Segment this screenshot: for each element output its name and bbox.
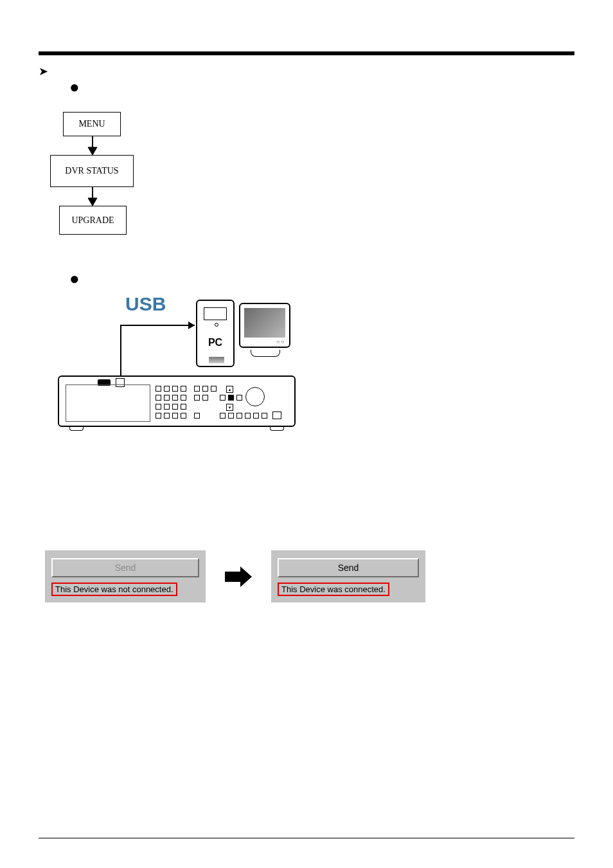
svg-marker-6 bbox=[225, 566, 252, 587]
arrow-right-icon bbox=[222, 564, 254, 590]
page-footer bbox=[39, 838, 574, 842]
dot-bullet-icon: ● bbox=[69, 275, 80, 284]
usb-connection-diagram: USB PC ○ ○ bbox=[58, 293, 296, 448]
send-button-disabled: Send bbox=[51, 558, 199, 577]
connect-line: ● bbox=[69, 273, 574, 284]
arrow-down-icon bbox=[86, 187, 99, 206]
monitor-icon: ○ ○ bbox=[239, 303, 290, 348]
pc-tower-icon: PC bbox=[196, 300, 235, 367]
dvr-device-icon: ▲ ▼ bbox=[58, 375, 296, 427]
flow-box-upgrade: UPGRADE bbox=[59, 206, 127, 235]
step-line: ➤ bbox=[39, 64, 574, 78]
connection-status-comparison: Send This Device was not connected. Send… bbox=[45, 550, 574, 602]
svg-marker-3 bbox=[88, 198, 97, 206]
menu-flowchart: MENU DVR STATUS UPGRADE bbox=[50, 112, 574, 240]
set-mode-line: ● bbox=[69, 81, 574, 93]
status-after-block: Send This Device was connected. bbox=[271, 550, 425, 602]
dot-bullet-icon: ● bbox=[69, 83, 80, 92]
arrow-down-icon bbox=[86, 136, 99, 155]
pc-label: PC bbox=[197, 337, 233, 348]
status-text-before: This Device was not connected. bbox=[51, 583, 177, 596]
flow-box-menu: MENU bbox=[63, 112, 121, 136]
triangle-bullet-icon: ➤ bbox=[39, 64, 48, 78]
monitor-stand-icon bbox=[251, 350, 280, 357]
status-text-after: This Device was connected. bbox=[278, 583, 389, 596]
footer-rule bbox=[39, 838, 574, 838]
header-rule bbox=[39, 51, 574, 55]
status-before-block: Send This Device was not connected. bbox=[45, 550, 206, 602]
svg-marker-1 bbox=[88, 147, 97, 155]
send-button-enabled[interactable]: Send bbox=[278, 558, 419, 577]
flow-box-dvr-status: DVR STATUS bbox=[50, 155, 134, 187]
svg-marker-4 bbox=[188, 321, 195, 329]
